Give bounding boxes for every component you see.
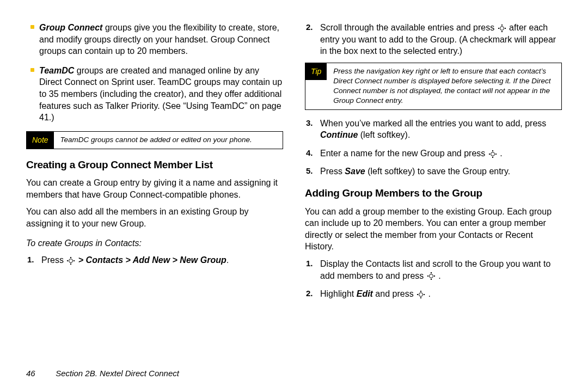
- page-number: 46: [26, 368, 53, 379]
- bullet-teamdc: TeamDC groups are created and managed on…: [39, 65, 283, 124]
- create-steps-cont: 3. When you’ve marked all the entries yo…: [305, 118, 562, 177]
- para-creating-1: You can create a Group entry by giving i…: [26, 177, 283, 200]
- nav-key-icon: [417, 291, 425, 298]
- step-5: 5. Press Save (left softkey) to save the…: [320, 166, 562, 177]
- page-footer: 46 Section 2B. Nextel Direct Connect: [26, 364, 562, 379]
- step-2: 2. Scroll through the available entries …: [320, 22, 562, 57]
- add-step-2: 2. Highlight Edit and press .: [320, 288, 562, 300]
- t: .: [500, 149, 502, 158]
- two-column-body: Group Connect groups give you the flexib…: [26, 22, 562, 364]
- menu-item: Edit: [357, 289, 373, 298]
- softkey-label: Continue: [320, 130, 358, 139]
- bullet-text: groups are created and managed online by…: [39, 66, 282, 122]
- note-callout: Note TeamDC groups cannot be added or ed…: [26, 131, 283, 149]
- note-body: TeamDC groups cannot be added or edited …: [54, 132, 258, 148]
- t: .: [428, 289, 431, 298]
- step-3: 3. When you’ve marked all the entries yo…: [320, 118, 562, 141]
- t: Display the Contacts list and scroll to …: [320, 259, 550, 280]
- step-text: Press: [41, 255, 66, 265]
- nav-key-icon: [427, 272, 435, 280]
- tip-body: Press the navigation key right or left t…: [327, 63, 561, 109]
- section-label: Section 2B. Nextel Direct Connect: [56, 369, 179, 378]
- tip-callout: Tip Press the navigation key right or le…: [305, 63, 562, 110]
- step-4: 4. Enter a name for the new Group and pr…: [320, 148, 562, 160]
- heading-adding: Adding Group Members to the Group: [305, 186, 562, 200]
- nav-key-icon: [67, 257, 75, 265]
- t: When you’ve marked all the entries you w…: [320, 119, 546, 128]
- group-type-bullets: Group Connect groups give you the flexib…: [26, 22, 283, 124]
- softkey-label: Save: [345, 167, 365, 176]
- t: Highlight: [320, 289, 357, 298]
- para-creating-2: You can also add all the members in an e…: [26, 206, 283, 229]
- t: Enter a name for the new Group and press: [320, 149, 488, 158]
- t: and press: [373, 289, 416, 298]
- adding-steps: 1. Display the Contacts list and scroll …: [305, 258, 562, 300]
- menu-path: > Contacts > Add New > New Group: [78, 255, 226, 265]
- add-step-1: 1. Display the Contacts list and scroll …: [320, 258, 562, 281]
- note-tag: Note: [27, 132, 54, 149]
- lead-term: TeamDC: [39, 66, 74, 75]
- step-1: 1. Press > Contacts > Add New > New Grou…: [41, 254, 283, 266]
- period: .: [226, 255, 229, 265]
- lead-term: Group Connect: [39, 23, 102, 32]
- t: .: [438, 271, 440, 280]
- bullet-group-connect: Group Connect groups give you the flexib…: [39, 22, 283, 57]
- nav-key-icon: [498, 24, 506, 32]
- manual-page: Group Connect groups give you the flexib…: [0, 0, 588, 392]
- step-text: Scroll through the available entries and…: [320, 23, 497, 32]
- subhead-create: To create Groups in Contacts:: [26, 237, 283, 249]
- t: (left softkey).: [358, 130, 410, 139]
- tip-tag: Tip: [305, 63, 327, 80]
- para-adding: You can add a group member to the existi…: [305, 206, 562, 253]
- heading-creating: Creating a Group Connect Member List: [26, 158, 283, 172]
- t: (left softkey) to save the Group entry.: [365, 167, 510, 176]
- nav-key-icon: [489, 150, 497, 158]
- t: Press: [320, 167, 345, 176]
